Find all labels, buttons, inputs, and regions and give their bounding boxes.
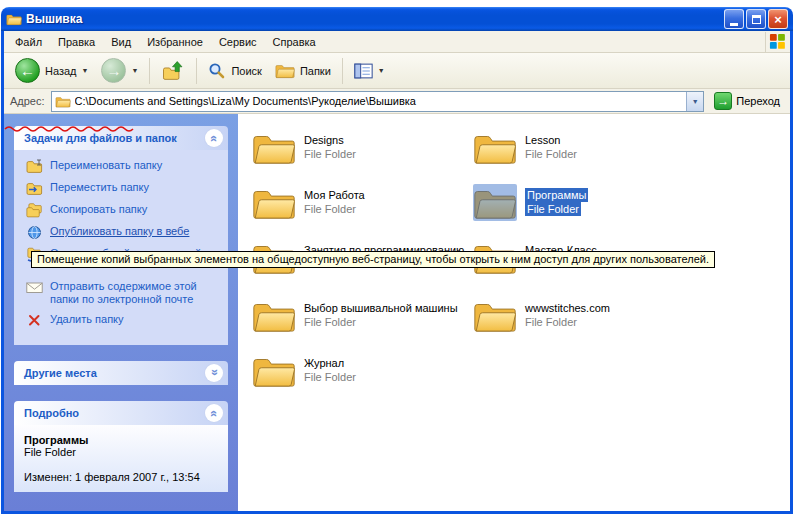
forward-button[interactable]: → ▼: [96, 55, 143, 86]
back-button[interactable]: ← Назад ▼: [10, 55, 93, 86]
folder-item[interactable]: DesignsFile Folder: [252, 129, 467, 166]
task-rename-folder[interactable]: Переименовать папку: [26, 159, 222, 174]
menu-bar: Файл Правка Вид Избранное Сервис Справка: [4, 31, 790, 53]
go-label: Переход: [736, 95, 780, 107]
forward-icon: →: [101, 58, 126, 83]
toolbar-separator: [342, 58, 343, 84]
folder-type: File Folder: [525, 147, 577, 161]
copy-icon: [26, 203, 43, 218]
up-button[interactable]: [156, 58, 190, 83]
folder-icon: [473, 297, 517, 334]
task-label: Скопировать папку: [50, 203, 147, 216]
folder-content-area: DesignsFile Folder LessonFile Folder Моя…: [238, 114, 790, 511]
folder-item[interactable]: Выбор вышивальной машиныFile Folder: [252, 297, 467, 334]
toolbar-separator: [196, 58, 197, 84]
folder-item[interactable]: Моя РаботаFile Folder: [252, 184, 467, 221]
explorer-window: Вышивка × Файл Правка Вид Избранное Серв…: [1, 7, 793, 514]
address-label: Адрес:: [10, 95, 45, 107]
folder-item-selected[interactable]: ПрограммыFile Folder: [473, 184, 688, 221]
task-label: Опубликовать папку в вебе: [50, 225, 189, 238]
task-move-folder[interactable]: Переместить папку: [26, 181, 222, 196]
expand-chevron-icon[interactable]: «: [205, 364, 223, 382]
task-delete-folder[interactable]: Удалить папку: [26, 313, 222, 328]
menu-item-help[interactable]: Справка: [265, 32, 324, 52]
address-folder-icon: [55, 95, 71, 108]
main-area: Задачи для файлов и папок « Переименоват…: [4, 114, 790, 511]
address-combo[interactable]: ▼: [51, 91, 705, 112]
other-places-header[interactable]: Другие места «: [14, 361, 228, 385]
collapse-chevron-icon[interactable]: «: [205, 129, 223, 147]
details-box: Подробно « Программы File Folder Изменен…: [14, 401, 228, 492]
address-dropdown-icon[interactable]: ▼: [686, 92, 703, 111]
folder-name: Lesson: [525, 133, 560, 147]
views-button[interactable]: ▼: [349, 60, 390, 82]
folders-icon: [275, 62, 295, 79]
folder-name: wwwstitches.com: [525, 301, 610, 315]
folder-name: Программы: [525, 188, 588, 202]
folder-icon: [252, 129, 296, 166]
minimize-button[interactable]: [724, 9, 744, 29]
menu-item-view[interactable]: Вид: [103, 32, 139, 52]
task-copy-folder[interactable]: Скопировать папку: [26, 203, 222, 218]
folder-up-icon: [161, 61, 185, 80]
toolbar: ← Назад ▼ → ▼ Поиск: [4, 53, 790, 89]
task-publish-folder-to-web[interactable]: Опубликовать папку в вебе: [26, 225, 222, 240]
menu-item-file[interactable]: Файл: [7, 32, 50, 52]
windows-logo-icon: [765, 32, 787, 52]
folder-type: File Folder: [525, 202, 581, 216]
folder-type: File Folder: [304, 370, 356, 384]
menu-item-tools[interactable]: Сервис: [211, 32, 265, 52]
tooltip: Помещение копий выбранных элементов на о…: [31, 251, 715, 268]
task-label: Удалить папку: [50, 313, 124, 326]
menu-item-edit[interactable]: Правка: [50, 32, 103, 52]
folder-name: Моя Работа: [304, 188, 365, 202]
file-folder-tasks-header[interactable]: Задачи для файлов и папок «: [14, 126, 228, 150]
task-email-folder[interactable]: Отправить содержимое этой папки по элект…: [26, 280, 216, 306]
search-button[interactable]: Поиск: [203, 59, 266, 83]
folder-name: Выбор вышивальной машины: [304, 301, 458, 315]
folder-item[interactable]: ЖурналFile Folder: [252, 352, 467, 389]
window-body: Файл Правка Вид Избранное Сервис Справка…: [1, 31, 793, 514]
back-label: Назад: [45, 65, 77, 77]
window-title: Вышивка: [26, 12, 720, 26]
maximize-button[interactable]: [746, 9, 766, 29]
move-icon: [26, 181, 43, 196]
title-bar: Вышивка ×: [1, 7, 793, 31]
folder-type: File Folder: [525, 315, 577, 329]
details-modified: Изменен: 1 февраля 2007 г., 13:54: [24, 471, 218, 483]
folder-icon: [252, 352, 296, 389]
forward-dropdown-icon[interactable]: ▼: [131, 67, 138, 74]
go-arrow-icon: →: [714, 92, 732, 110]
task-label: Отправить содержимое этой папки по элект…: [50, 280, 216, 306]
rename-icon: [26, 159, 43, 174]
folder-icon: [252, 297, 296, 334]
task-label: Переместить папку: [50, 181, 149, 194]
folder-item[interactable]: LessonFile Folder: [473, 129, 688, 166]
details-title: Подробно: [24, 407, 79, 419]
toolbar-separator: [149, 58, 150, 84]
folder-type: File Folder: [304, 202, 356, 216]
window-folder-icon: [6, 12, 22, 26]
folder-name: Журнал: [304, 356, 344, 370]
publish-web-icon: [26, 225, 43, 240]
views-dropdown-icon[interactable]: ▼: [378, 67, 385, 74]
delete-x-icon: [26, 313, 43, 328]
task-label: Переименовать папку: [50, 159, 162, 172]
back-dropdown-icon[interactable]: ▼: [82, 67, 89, 74]
folders-button[interactable]: Папки: [270, 59, 336, 82]
folder-item[interactable]: wwwstitches.comFile Folder: [473, 297, 688, 334]
views-icon: [354, 63, 373, 79]
folder-type: File Folder: [304, 315, 356, 329]
close-button[interactable]: ×: [768, 9, 788, 29]
folders-label: Папки: [300, 65, 331, 77]
details-header[interactable]: Подробно «: [14, 401, 228, 425]
details-folder-name: Программы: [24, 434, 218, 446]
menu-item-favorites[interactable]: Избранное: [139, 32, 211, 52]
collapse-chevron-icon[interactable]: «: [205, 404, 223, 422]
go-button[interactable]: → Переход: [710, 92, 784, 110]
email-icon: [26, 280, 43, 295]
search-label: Поиск: [231, 65, 261, 77]
folder-name: Designs: [304, 133, 344, 147]
minimize-icon: [730, 23, 738, 26]
address-input[interactable]: [71, 95, 687, 107]
